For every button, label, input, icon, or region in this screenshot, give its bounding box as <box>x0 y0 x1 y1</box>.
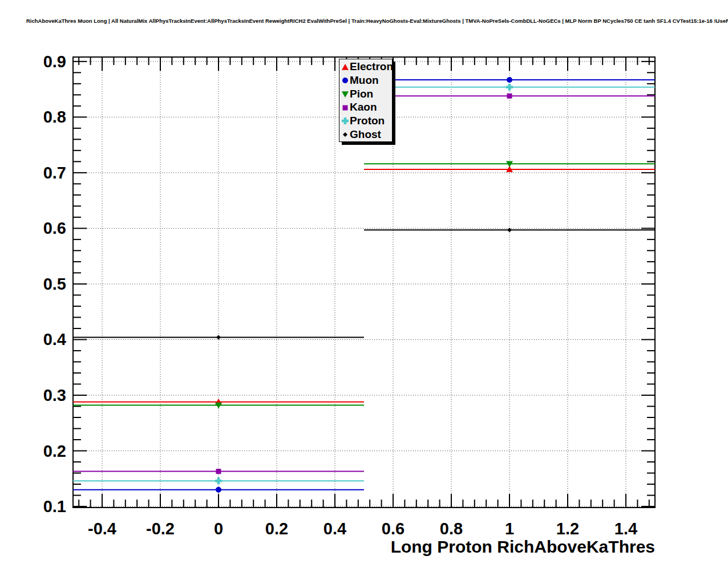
y-tick-label: 0.7 <box>43 164 66 182</box>
pion-triangle-down-icon <box>341 89 350 98</box>
y-tick-label: 0.6 <box>43 219 66 237</box>
x-tick-label: 1.2 <box>556 520 579 538</box>
series-pion <box>73 161 655 408</box>
x-tick-label: 0 <box>214 520 223 538</box>
electron-triangle-up-icon <box>341 62 350 71</box>
legend-item-ghost: Ghost <box>341 128 392 141</box>
legend-item-kaon: Kaon <box>341 100 392 113</box>
legend-item-pion: Pion <box>341 87 392 100</box>
y-tick-label: 0.8 <box>43 108 66 126</box>
proton-cross-icon <box>341 116 350 125</box>
legend-label-ghost: Ghost <box>350 129 381 140</box>
y-tick-label: 0.3 <box>43 386 66 404</box>
x-tick-label: 0.6 <box>382 520 405 538</box>
y-tick-label: 0.1 <box>43 497 66 516</box>
root-canvas: { "header": { "title": "RichAboveKaThres… <box>0 0 728 568</box>
legend: Electron Muon Pion Kaon Proton Ghost <box>339 59 393 142</box>
x-tick-label: 0.4 <box>323 520 346 538</box>
legend-item-electron: Electron <box>341 60 392 73</box>
x-tick-label: -0.4 <box>88 520 116 538</box>
x-axis-title: Long Proton RichAboveKaThres <box>391 537 655 556</box>
legend-item-muon: Muon <box>341 74 392 87</box>
ghost-diamond-icon <box>341 129 350 139</box>
legend-label-kaon: Kaon <box>350 102 377 112</box>
x-tick-label: 0.2 <box>265 520 288 538</box>
legend-label-pion: Pion <box>350 88 373 99</box>
muon-circle-icon <box>341 75 350 84</box>
x-tick-label: 1 <box>505 520 514 538</box>
x-tick-label: 1.4 <box>614 520 637 538</box>
x-tick-label: -0.2 <box>146 520 175 538</box>
y-tick-label: 0.5 <box>43 275 66 293</box>
y-tick-label: 0.4 <box>43 330 66 348</box>
x-tick-label: 0.8 <box>440 520 463 538</box>
legend-label-muon: Muon <box>350 75 379 86</box>
legend-label-electron: Electron <box>350 61 393 72</box>
y-tick-label: 0.9 <box>43 52 66 71</box>
legend-label-proton: Proton <box>350 115 385 126</box>
legend-item-proton: Proton <box>341 114 392 127</box>
kaon-square-icon <box>341 103 350 112</box>
y-tick-label: 0.2 <box>43 442 66 460</box>
